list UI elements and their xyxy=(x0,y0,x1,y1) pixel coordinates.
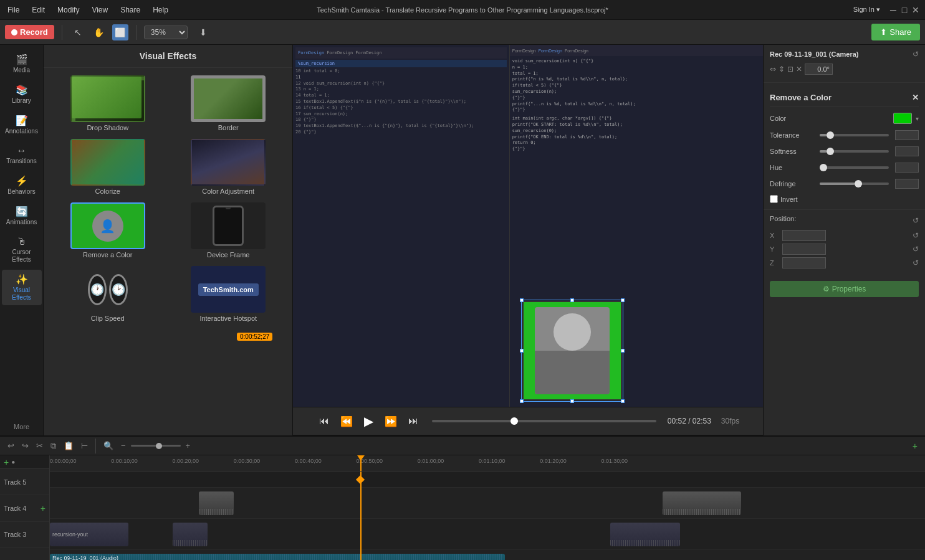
zoom-thumb[interactable] xyxy=(156,443,162,449)
hand-tool[interactable]: ✋ xyxy=(91,24,107,40)
menu-help[interactable]: Help xyxy=(150,4,171,16)
sidebar-item-media[interactable]: 🎬 Media xyxy=(2,50,42,78)
z-reset-icon[interactable]: ↺ xyxy=(913,259,919,267)
undo-button[interactable]: ↩ xyxy=(5,440,17,452)
defringe-thumb[interactable] xyxy=(855,180,862,187)
effect-remove-a-color[interactable]: 👤 Remove a Color xyxy=(51,202,165,259)
tolerance-thumb[interactable] xyxy=(827,131,834,139)
skip-forward-button[interactable]: ⏭ xyxy=(406,413,421,429)
menu-bar[interactable]: File Edit Modify View Share Help xyxy=(5,4,171,16)
defringe-value[interactable]: 0% xyxy=(895,179,919,189)
zoom-in-icon[interactable]: 🔍 xyxy=(101,440,116,452)
x-reset-icon[interactable]: ↺ xyxy=(913,231,919,240)
menu-modify[interactable]: Modify xyxy=(55,4,82,16)
sidebar-item-annotations[interactable]: 📝 Annotations xyxy=(2,111,42,139)
scrubber-thumb[interactable] xyxy=(510,417,518,425)
timeline-playhead[interactable] xyxy=(360,455,362,471)
sidebar-item-cursor-effects[interactable]: 🖱 Cursor Effects xyxy=(2,232,42,267)
refresh-icon[interactable]: ↺ xyxy=(913,50,919,59)
split-button[interactable]: ⊢ xyxy=(79,440,90,452)
track4-clip1[interactable]: recursion-yout xyxy=(50,523,128,546)
record-button[interactable]: Record xyxy=(5,25,54,39)
y-reset-icon[interactable]: ↺ xyxy=(913,245,919,254)
download-icon[interactable]: ⬇ xyxy=(195,24,211,40)
tolerance-slider[interactable] xyxy=(820,134,889,136)
invert-label: Invert xyxy=(780,196,798,203)
sidebar-item-behaviors[interactable]: ⚡ Behaviors xyxy=(2,171,42,199)
sidebar-item-library[interactable]: 📚 Library xyxy=(2,80,42,108)
play-button[interactable]: ▶ xyxy=(362,411,376,431)
effect-thumb-border xyxy=(191,75,266,122)
flip-h-icon[interactable]: ⇔ xyxy=(770,65,776,74)
add-track-button[interactable]: + xyxy=(910,440,920,452)
effect-colorize[interactable]: Colorize xyxy=(51,139,165,195)
crop-icon[interactable]: ⊡ xyxy=(787,65,793,74)
remove-color-close-icon[interactable]: ✕ xyxy=(912,93,919,102)
y-position-input[interactable]: -273.0 xyxy=(782,244,826,255)
effect-drop-shadow[interactable]: Drop Shadow xyxy=(51,75,165,131)
menu-view[interactable]: View xyxy=(89,4,110,16)
z-position-input[interactable]: 0.0 xyxy=(782,257,826,268)
close-small-icon[interactable]: ✕ xyxy=(796,65,802,74)
softness-value[interactable]: 10% xyxy=(895,146,919,156)
zoom-select[interactable]: 35% 50% 100% xyxy=(144,26,188,39)
menu-file[interactable]: File xyxy=(5,4,22,16)
cursor-tool[interactable]: ↖ xyxy=(70,24,86,40)
step-forward-button[interactable]: ⏩ xyxy=(382,413,400,430)
track5-clip2[interactable] xyxy=(663,491,741,515)
minimize-button[interactable]: ─ xyxy=(889,6,898,14)
skip-back-button[interactable]: ⏮ xyxy=(317,413,332,429)
cut-button[interactable]: ✂ xyxy=(34,440,46,452)
tolerance-value[interactable]: 10% xyxy=(895,130,919,140)
menu-share[interactable]: Share xyxy=(118,4,143,16)
redo-button[interactable]: ↪ xyxy=(19,440,31,452)
softness-row: Softness 10% xyxy=(770,146,919,156)
zoom-track[interactable] xyxy=(131,445,181,447)
timeline-ruler[interactable]: 0:00:00;00 0:00:10;00 0:00:20;00 0:00:30… xyxy=(50,455,925,472)
effect-clip-speed[interactable]: 🕐 🕑 Clip Speed xyxy=(51,266,165,322)
add-track4-icon[interactable]: + xyxy=(41,503,46,513)
track5-clip1[interactable] xyxy=(199,491,234,515)
select-tool[interactable]: ⬜ xyxy=(112,24,128,40)
defringe-slider[interactable] xyxy=(820,183,889,185)
maximize-button[interactable]: □ xyxy=(900,6,909,14)
menu-edit[interactable]: Edit xyxy=(29,4,47,16)
sidebar-item-animations[interactable]: 🔄 Animations xyxy=(2,202,42,230)
softness-slider[interactable] xyxy=(820,150,889,153)
share-button[interactable]: ⬆ Share xyxy=(871,24,920,40)
paste-button[interactable]: 📋 xyxy=(61,440,76,452)
sidebar-item-transitions[interactable]: ↔ Transitions xyxy=(2,141,42,169)
track4-clip3[interactable] xyxy=(610,523,680,546)
step-back-button[interactable]: ⏪ xyxy=(338,413,355,430)
color-swatch[interactable] xyxy=(893,113,912,124)
add-track-icon[interactable]: + xyxy=(4,457,9,467)
effect-interactive-hotspot[interactable]: TechSmith.com Interactive Hotspot xyxy=(172,266,285,322)
copy-button[interactable]: ⧉ xyxy=(48,440,59,452)
rotation-input[interactable] xyxy=(805,64,833,75)
sidebar-more[interactable]: More xyxy=(14,423,29,430)
sidebar-item-visual-effects[interactable]: ✨ Visual Effects xyxy=(2,270,42,305)
sign-in-button[interactable]: Sign In ▾ xyxy=(853,6,880,14)
hue-label: Hue xyxy=(770,164,813,171)
track4-clip2[interactable] xyxy=(173,523,208,546)
hue-slider[interactable] xyxy=(820,166,889,169)
x-position-input[interactable]: -753.1 xyxy=(782,230,826,241)
properties-button[interactable]: ⚙ Properties xyxy=(770,281,919,297)
close-button[interactable]: ✕ xyxy=(911,6,920,14)
color-dropdown-icon[interactable]: ▾ xyxy=(916,115,919,122)
effect-device-frame[interactable]: Device Frame xyxy=(172,202,285,259)
zoom-out-icon[interactable]: − xyxy=(118,440,128,452)
hue-thumb[interactable] xyxy=(820,164,827,171)
invert-checkbox[interactable] xyxy=(770,195,778,203)
effect-border[interactable]: Border xyxy=(172,75,285,131)
effect-color-adjustment[interactable]: Color Adjustment xyxy=(172,139,285,195)
track3-audio-clip[interactable]: Rec 09-11-19_001 (Audio) xyxy=(50,554,505,560)
flip-v-icon[interactable]: ⇕ xyxy=(779,65,785,74)
hue-value[interactable]: 0% xyxy=(895,163,919,173)
position-reset-icon[interactable]: ↺ xyxy=(913,216,919,225)
scrubber[interactable] xyxy=(432,420,656,422)
zoom-plus-icon[interactable]: + xyxy=(183,440,193,452)
share-label: Share xyxy=(889,27,911,37)
softness-thumb[interactable] xyxy=(827,148,834,155)
position-label: Position: xyxy=(770,215,796,222)
